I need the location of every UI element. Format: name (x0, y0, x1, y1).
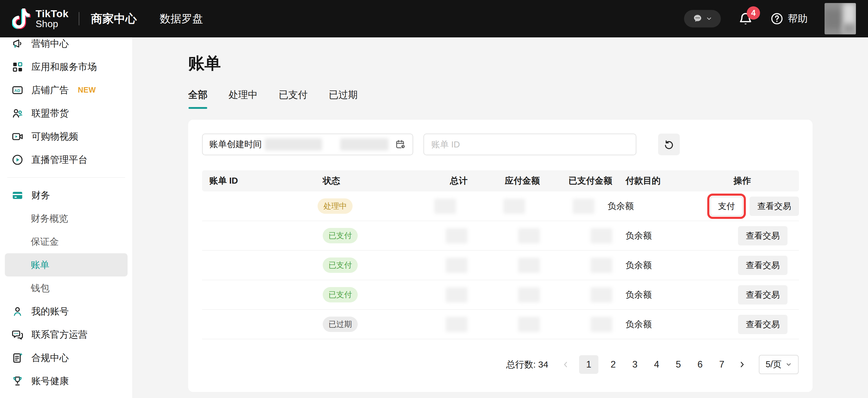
avatar[interactable] (825, 3, 856, 34)
page-number-6[interactable]: 6 (693, 355, 707, 374)
notifications-button[interactable]: 4 (738, 10, 753, 27)
sidebar-item-compliance-center[interactable]: 合规中心 (0, 346, 132, 369)
col-bill-id: 账单 ID (202, 175, 323, 187)
page-number-4[interactable]: 4 (650, 355, 663, 374)
contact-chat-icon (11, 329, 24, 341)
bill-id-input[interactable] (424, 133, 637, 155)
tiktok-note-icon (12, 7, 31, 30)
prev-page-button[interactable] (559, 355, 573, 374)
page-size-select[interactable]: 5/页 (759, 355, 799, 374)
messages-button[interactable] (684, 10, 721, 27)
tab-paid[interactable]: 已支付 (279, 88, 308, 109)
view-transactions-button[interactable]: 查看交易 (738, 256, 787, 275)
status-badge: 已支付 (323, 287, 358, 302)
col-amount-due: 应付金额 (467, 175, 540, 187)
sidebar: 营销中心 应用和服务市场 AD 店铺广告 NEW (0, 37, 133, 398)
view-transactions-button[interactable]: 查看交易 (738, 226, 787, 245)
sidebar-item-label: 财务 (31, 189, 50, 202)
redacted-total (446, 258, 467, 273)
table-header: 账单 ID 状态 总计 应付金额 已支付金额 付款目的 操作 (202, 171, 799, 191)
redacted-total (446, 317, 467, 332)
table-row: 已支付 负余额 查看交易 (202, 250, 799, 280)
page-number-1[interactable]: 1 (579, 355, 598, 374)
page-size-value: 5/页 (766, 359, 781, 371)
sidebar-item-wallet[interactable]: 钱包 (0, 276, 132, 300)
table-row: 已支付 负余额 查看交易 (202, 221, 799, 250)
next-page-button[interactable] (735, 355, 749, 374)
page-number-2[interactable]: 2 (606, 355, 620, 374)
svg-text:AD: AD (14, 88, 20, 93)
bill-create-date-range-input[interactable]: 账单创建时间 (202, 133, 413, 155)
redacted-amount-paid (591, 228, 612, 243)
help-button[interactable]: 帮助 (770, 12, 808, 26)
col-total: 总计 (407, 175, 467, 187)
tab-expired[interactable]: 已过期 (329, 88, 358, 109)
view-transactions-button[interactable]: 查看交易 (738, 315, 787, 334)
sidebar-item-finance[interactable]: 财务 (0, 184, 132, 207)
sidebar-item-label: 联系官方运营 (31, 328, 88, 341)
status-badge: 处理中 (318, 198, 352, 214)
col-actions: 操作 (697, 175, 799, 187)
reset-refresh-button[interactable] (658, 133, 680, 155)
sidebar-item-deposit[interactable]: 保证金 (0, 230, 132, 253)
view-transactions-button[interactable]: 查看交易 (738, 285, 787, 305)
sidebar-item-marketing-center[interactable]: 营销中心 (0, 37, 132, 55)
person-icon (11, 305, 24, 317)
sidebar-item-affiliate[interactable]: 联盟带货 (0, 102, 132, 125)
redacted-end-date (340, 139, 389, 150)
apps-grid-icon (11, 61, 24, 73)
trophy-icon (11, 375, 24, 387)
calendar-clock-icon (395, 139, 406, 150)
chevron-down-icon (785, 361, 792, 368)
sidebar-divider (7, 177, 125, 178)
notification-count-badge: 4 (747, 6, 760, 20)
refresh-icon (663, 139, 675, 150)
sidebar-item-label: 可购物视频 (31, 130, 78, 143)
pay-button[interactable]: 支付 (710, 196, 743, 216)
sidebar-item-my-account[interactable]: 我的账号 (0, 300, 132, 323)
page-number-3[interactable]: 3 (628, 355, 642, 374)
sidebar-item-label: 合规中心 (31, 351, 69, 364)
redacted-amount-due (503, 199, 525, 214)
status-tabs: 全部 处理中 已支付 已过期 (188, 88, 812, 109)
sidebar-item-finance-overview[interactable]: 财务概览 (0, 207, 132, 230)
sidebar-item-label: 账单 (31, 259, 50, 271)
filters-row: 账单创建时间 (202, 133, 799, 155)
sidebar-item-account-health[interactable]: 账号健康 (0, 369, 132, 393)
tiktok-shop-logo[interactable]: TikTok Shop (12, 7, 68, 30)
bills-card: 账单创建时间 (188, 120, 812, 392)
date-range-label: 账单创建时间 (209, 139, 262, 150)
page-number-7[interactable]: 7 (715, 355, 728, 374)
brand-shop: Shop (36, 19, 68, 29)
redacted-amount-paid (591, 287, 612, 302)
sidebar-item-label: 营销中心 (31, 37, 69, 50)
sidebar-item-live-management[interactable]: 直播管理平台 (0, 148, 132, 171)
page-number-5[interactable]: 5 (671, 355, 685, 374)
sidebar-item-contact-official[interactable]: 联系官方运营 (0, 323, 132, 346)
tab-all[interactable]: 全部 (188, 88, 208, 109)
avatar-blur-region (825, 10, 844, 29)
nav-seller-center[interactable]: 商家中心 (91, 11, 136, 27)
payment-purpose: 负余额 (612, 259, 697, 271)
topbar-right: 4 帮助 (684, 3, 856, 34)
view-transactions-button[interactable]: 查看交易 (749, 196, 799, 216)
status-badge: 已过期 (323, 316, 358, 332)
redacted-start-date (265, 139, 322, 150)
sidebar-item-label: 应用和服务市场 (31, 61, 97, 73)
table-row: 已支付 负余额 查看交易 (202, 280, 799, 310)
redacted-total (434, 199, 456, 214)
sidebar-item-shop-ads[interactable]: AD 店铺广告 NEW (0, 79, 132, 102)
sidebar-item-app-service-market[interactable]: 应用和服务市场 (0, 55, 132, 79)
sidebar-item-label: 账号健康 (31, 375, 69, 388)
payment-purpose: 负余额 (594, 200, 676, 212)
redacted-amount-paid (573, 199, 594, 214)
sidebar-item-bills[interactable]: 账单 (5, 253, 128, 276)
brand-tiktok: TikTok (36, 8, 68, 19)
megaphone-icon (11, 38, 24, 50)
nav-data-compass[interactable]: 数据罗盘 (159, 11, 203, 26)
brand-wordmark: TikTok Shop (36, 8, 68, 29)
tab-processing[interactable]: 处理中 (228, 88, 257, 109)
pagination: 总行数: 34 1 2 3 4 5 6 7 5/页 (202, 355, 799, 374)
sidebar-item-shoppable-video[interactable]: 可购物视频 (0, 125, 132, 148)
redacted-total (446, 287, 467, 302)
